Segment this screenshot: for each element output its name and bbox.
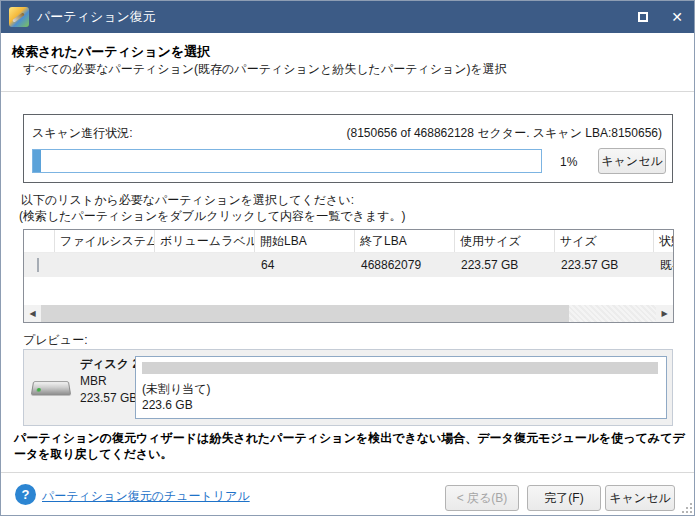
preview-label: プレビュー: — [23, 332, 87, 349]
warning-text: パーティションの復元ウィザードは紛失されたパーティションを検出できない場合、デー… — [14, 430, 686, 462]
cell-status: 既存 — [654, 257, 674, 274]
disk-size: 223.57 GB — [80, 390, 139, 407]
scroll-left-icon[interactable]: ◀ — [24, 305, 41, 322]
column-header-start-lba[interactable]: 開始LBA — [255, 230, 355, 252]
cell-end-lba: 468862079 — [355, 258, 455, 272]
back-button[interactable]: < 戻る(B) — [445, 485, 519, 511]
cancel-scan-button[interactable]: キャンセル — [598, 148, 666, 174]
preview-panel: ディスク 2 MBR 223.57 GB (未割り当て) 223.6 GB — [23, 349, 673, 426]
app-icon — [9, 7, 29, 27]
partition-recovery-dialog: パーティション復元 ✕ 検索されたパーティションを選択 すべての必要なパーティシ… — [0, 0, 695, 516]
maximize-icon — [638, 12, 648, 22]
disk-type: MBR — [80, 373, 139, 390]
tutorial-link[interactable]: パーティション復元のチュートリアル — [42, 488, 250, 505]
cancel-button[interactable]: キャンセル — [605, 485, 675, 511]
scan-percent: 1% — [560, 155, 577, 169]
scan-progress-bar — [32, 149, 542, 173]
scrollbar-thumb[interactable] — [41, 305, 569, 322]
titlebar: パーティション復元 ✕ — [1, 1, 694, 33]
separator — [1, 472, 695, 473]
partition-checkbox[interactable] — [37, 258, 39, 272]
cell-size: 223.57 GB — [555, 258, 654, 272]
scrollbar-track[interactable] — [569, 305, 656, 322]
scan-status-text: (8150656 of 468862128 セクター. スキャン LBA:815… — [347, 125, 663, 142]
help-icon[interactable]: ? — [15, 484, 36, 505]
partition-usage-bar — [142, 362, 658, 374]
resize-grip[interactable] — [680, 501, 692, 513]
scroll-right-icon[interactable]: ▶ — [656, 305, 673, 322]
hard-disk-icon — [31, 381, 72, 395]
page-title: 検索されたパーティションを選択 — [12, 43, 210, 61]
column-header-filesystem[interactable]: ファイルシステム — [55, 230, 155, 252]
cell-used-size: 223.57 GB — [455, 258, 555, 272]
finish-button[interactable]: 完了(F) — [527, 485, 601, 511]
close-button[interactable]: ✕ — [660, 1, 694, 33]
partition-table: ファイルシステム ボリュームラベル 開始LBA 終了LBA 使用サイズ サイズ … — [23, 229, 674, 323]
partition-label: (未割り当て) — [142, 381, 211, 398]
column-header-used-size[interactable]: 使用サイズ — [455, 230, 555, 252]
scan-progress-label: スキャン進行状況: — [32, 125, 132, 142]
column-header-volume-label[interactable]: ボリュームラベル — [155, 230, 255, 252]
window-title: パーティション復元 — [37, 8, 156, 26]
page-subtitle: すべての必要なパーティション(既存のパーティションと紛失したパーティション)を選… — [23, 61, 507, 78]
list-instruction-2: (検索したパーティションをダブルクリックして内容を一覧できます。) — [19, 208, 405, 225]
disk-name: ディスク 2 — [80, 356, 139, 373]
horizontal-scrollbar[interactable]: ◀ ▶ — [24, 305, 673, 322]
partition-size: 223.6 GB — [142, 398, 193, 412]
close-icon: ✕ — [671, 9, 683, 25]
scan-progress-fill — [33, 150, 41, 172]
cell-start-lba: 64 — [255, 258, 355, 272]
separator — [1, 91, 695, 92]
column-header-end-lba[interactable]: 終了LBA — [355, 230, 455, 252]
table-row[interactable]: 64 468862079 223.57 GB 223.57 GB 既存 — [24, 253, 674, 277]
column-header-status[interactable]: 状態 — [654, 230, 674, 252]
column-header-size[interactable]: サイズ — [555, 230, 654, 252]
partition-preview-block[interactable]: (未割り当て) 223.6 GB — [135, 356, 667, 419]
table-header-row: ファイルシステム ボリュームラベル 開始LBA 終了LBA 使用サイズ サイズ … — [24, 230, 674, 253]
titlebar-buttons: ✕ — [626, 1, 694, 33]
column-header-checkbox[interactable] — [24, 230, 55, 252]
scan-progress-group: スキャン進行状況: (8150656 of 468862128 セクター. スキ… — [23, 114, 673, 183]
disk-info: ディスク 2 MBR 223.57 GB — [80, 356, 139, 407]
maximize-button[interactable] — [626, 1, 660, 33]
list-instruction-1: 以下のリストから必要なパーティションを選択してください: — [21, 192, 354, 209]
